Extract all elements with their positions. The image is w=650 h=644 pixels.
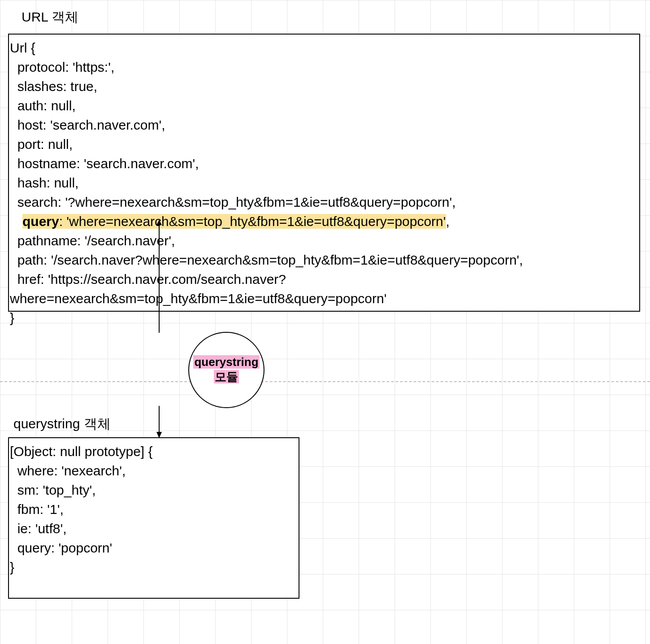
code-line: } bbox=[10, 308, 638, 327]
code-line: ie: 'utf8', bbox=[10, 519, 298, 538]
circle-line2: 모듈 bbox=[214, 370, 239, 383]
code-line: pathname: '/search.naver', bbox=[10, 231, 638, 250]
code-line: where=nexearch&sm=top_hty&fbm=1&ie=utf8&… bbox=[10, 289, 638, 308]
code-line: hash: null, bbox=[10, 173, 638, 192]
code-line: path: '/search.naver?where=nexearch&sm=t… bbox=[10, 250, 638, 270]
section-divider bbox=[0, 381, 650, 382]
querystring-object-box: [Object: null prototype] { where: 'nexea… bbox=[8, 437, 299, 599]
query-value: : 'where=nexearch&sm=top_hty&fbm=1&ie=ut… bbox=[59, 214, 446, 229]
querystring-module-circle: querystring 모듈 bbox=[188, 332, 264, 408]
code-line: } bbox=[10, 557, 298, 577]
code-line: search: '?where=nexearch&sm=top_hty&fbm=… bbox=[10, 192, 638, 212]
query-key: query bbox=[22, 214, 59, 229]
code-line: [Object: null prototype] { bbox=[10, 442, 298, 461]
circle-line1: querystring bbox=[193, 355, 259, 369]
code-line: host: 'search.naver.com', bbox=[10, 115, 638, 135]
code-line: fbm: '1', bbox=[10, 500, 298, 519]
code-line: Url { bbox=[10, 38, 638, 57]
code-line: protocol: 'https:', bbox=[10, 57, 638, 77]
code-line: sm: 'top_hty', bbox=[10, 480, 298, 500]
code-line-query: query: 'where=nexearch&sm=top_hty&fbm=1&… bbox=[10, 212, 638, 231]
code-line: auth: null, bbox=[10, 96, 638, 115]
code-line: hostname: 'search.naver.com', bbox=[10, 154, 638, 173]
querystring-object-label: querystring 객체 bbox=[13, 415, 111, 433]
code-line: slashes: true, bbox=[10, 77, 638, 96]
query-trailing-comma: , bbox=[446, 214, 450, 229]
code-line: port: null, bbox=[10, 135, 638, 154]
code-line: href: 'https://search.naver.com/search.n… bbox=[10, 270, 638, 289]
url-object-label: URL 객체 bbox=[22, 8, 78, 26]
code-line: query: 'popcorn' bbox=[10, 538, 298, 557]
code-line: where: 'nexearch', bbox=[10, 461, 298, 480]
url-object-box: Url { protocol: 'https:', slashes: true,… bbox=[8, 34, 640, 312]
